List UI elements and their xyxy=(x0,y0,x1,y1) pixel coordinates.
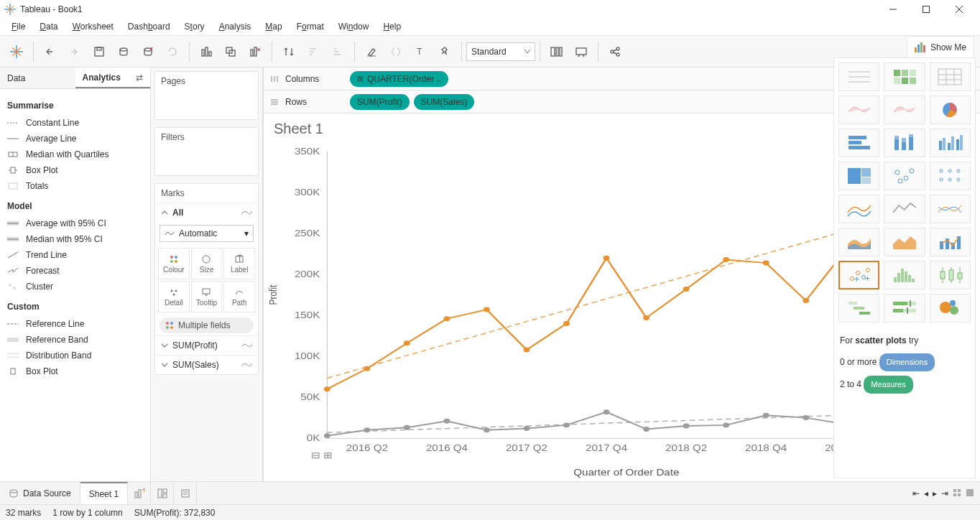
save-button[interactable] xyxy=(88,41,110,62)
marks-detail[interactable]: Detail xyxy=(158,281,190,312)
tableau-icon[interactable] xyxy=(6,41,27,62)
pin-button[interactable] xyxy=(434,41,456,62)
marks-label[interactable]: TLabel xyxy=(223,248,255,279)
group-button[interactable] xyxy=(385,41,407,62)
new-worksheet-button[interactable] xyxy=(195,41,217,62)
viz-circle-views[interactable] xyxy=(884,162,925,190)
new-data-button[interactable] xyxy=(113,41,134,62)
highlight-button[interactable] xyxy=(361,41,382,62)
undo-button[interactable] xyxy=(40,41,61,62)
collapse-icon[interactable]: ⇄ xyxy=(136,73,143,83)
maximize-button[interactable] xyxy=(910,0,943,18)
sort-desc-button[interactable] xyxy=(327,41,348,62)
menu-data[interactable]: Data xyxy=(34,20,63,33)
fit-select[interactable]: Standard xyxy=(466,42,535,61)
columns-pill-quarter[interactable]: ⊞QUARTER(Order .. xyxy=(350,71,448,87)
viz-stacked-bar[interactable] xyxy=(884,129,925,157)
analytics-box-plot[interactable]: Box Plot xyxy=(7,162,143,178)
marks-all-row[interactable]: All xyxy=(155,203,258,222)
menu-format[interactable]: Format xyxy=(291,20,330,33)
pause-auto-button[interactable] xyxy=(137,41,159,62)
analytics-forecast[interactable]: Forecast xyxy=(7,263,143,279)
analytics-box-plot-custom[interactable]: Box Plot xyxy=(7,363,143,379)
new-story-tab[interactable] xyxy=(174,482,197,504)
viz-side-bar[interactable] xyxy=(930,129,971,157)
menu-window[interactable]: Window xyxy=(333,20,375,33)
marks-colour[interactable]: Colour xyxy=(158,248,190,279)
menu-file[interactable]: File xyxy=(6,20,31,33)
viz-dual-line[interactable] xyxy=(930,195,971,223)
menu-story[interactable]: Story xyxy=(179,20,211,33)
share-button[interactable] xyxy=(604,41,626,62)
new-dashboard-tab[interactable] xyxy=(151,482,174,504)
tab-nav-controls[interactable]: ⇤◂▸⇥ xyxy=(907,488,980,498)
analytics-trend-line[interactable]: Trend Line xyxy=(7,247,143,263)
analytics-reference-band[interactable]: Reference Band xyxy=(7,332,143,348)
menu-help[interactable]: Help xyxy=(377,20,407,33)
svg-rect-12 xyxy=(95,47,103,56)
viz-text-table[interactable] xyxy=(838,68,879,91)
viz-area-continuous[interactable] xyxy=(838,228,879,256)
mark-type-select[interactable]: Automatic ▾ xyxy=(160,225,254,242)
analytics-constant-line[interactable]: Constant Line xyxy=(7,115,143,131)
menu-map[interactable]: Map xyxy=(259,20,287,33)
marks-series-profit[interactable]: SUM(Profit) xyxy=(155,335,258,355)
data-source-tab[interactable]: Data Source xyxy=(0,482,80,504)
viz-gantt[interactable] xyxy=(838,294,879,322)
clear-button[interactable] xyxy=(244,41,266,62)
duplicate-button[interactable] xyxy=(220,41,241,62)
analytics-average-line[interactable]: Average Line xyxy=(7,131,143,147)
svg-rect-224 xyxy=(135,492,137,498)
viz-histogram[interactable] xyxy=(884,261,925,289)
marks-size[interactable]: Size xyxy=(191,248,223,279)
tab-data[interactable]: Data xyxy=(0,68,75,88)
marks-path[interactable]: Path xyxy=(223,281,255,312)
menu-dashboard[interactable]: Dashboard xyxy=(122,20,176,33)
viz-area-discrete[interactable] xyxy=(884,228,925,256)
label-button[interactable]: T xyxy=(410,41,431,62)
pages-shelf[interactable] xyxy=(155,90,258,119)
sort-asc-button[interactable] xyxy=(302,41,324,62)
analytics-median-quartiles[interactable]: Median with Quartiles xyxy=(7,147,143,162)
viz-line-discrete[interactable] xyxy=(884,195,925,223)
viz-dual-combo[interactable] xyxy=(930,228,971,256)
analytics-median-ci[interactable]: Median with 95% CI xyxy=(7,231,143,247)
analytics-distribution-band[interactable]: Distribution Band xyxy=(7,348,143,363)
viz-box-whisker[interactable] xyxy=(930,261,971,289)
analytics-avg-ci[interactable]: Average with 95% CI xyxy=(7,215,143,231)
new-worksheet-tab[interactable]: + xyxy=(128,482,151,504)
filters-shelf[interactable] xyxy=(155,147,258,175)
viz-bullet[interactable] xyxy=(884,294,925,322)
viz-heat-map[interactable] xyxy=(884,68,925,91)
sheet1-tab[interactable]: Sheet 1 xyxy=(80,482,128,504)
refresh-button[interactable] xyxy=(162,41,183,62)
analytics-reference-line[interactable]: Reference Line xyxy=(7,316,143,332)
show-cards-button[interactable] xyxy=(546,41,568,62)
viz-packed-bubbles[interactable] xyxy=(930,294,971,322)
viz-treemap[interactable] xyxy=(838,162,879,190)
presentation-button[interactable] xyxy=(570,41,592,62)
viz-symbol-map[interactable] xyxy=(838,96,879,124)
viz-highlight-table[interactable] xyxy=(930,68,971,91)
viz-line-continuous[interactable] xyxy=(838,195,879,223)
tab-analytics[interactable]: Analytics ⇄ xyxy=(75,68,151,88)
rows-pill-sales[interactable]: SUM(Sales) xyxy=(414,94,475,110)
show-me-toggle[interactable]: Show Me xyxy=(907,36,974,57)
minimize-button[interactable] xyxy=(877,0,910,18)
close-button[interactable] xyxy=(943,0,976,18)
viz-side-circle[interactable] xyxy=(930,162,971,190)
show-filmstrip-icon[interactable] xyxy=(953,488,961,498)
viz-scatter[interactable]: ++ xyxy=(838,261,879,289)
viz-pie[interactable] xyxy=(930,96,971,124)
menu-analysis[interactable]: Analysis xyxy=(213,20,257,33)
viz-hbar[interactable] xyxy=(838,129,879,157)
rows-pill-profit[interactable]: SUM(Profit) xyxy=(350,94,410,110)
menu-worksheet[interactable]: Worksheet xyxy=(67,20,119,33)
swap-button[interactable] xyxy=(278,41,300,62)
marks-tooltip[interactable]: Tooltip xyxy=(191,281,223,312)
viz-filled-map[interactable] xyxy=(884,96,925,124)
show-sheets-icon[interactable] xyxy=(966,488,974,498)
marks-series-sales[interactable]: SUM(Sales) xyxy=(155,355,258,374)
marks-multiple-fields-pill[interactable]: Multiple fields xyxy=(160,317,254,333)
redo-button[interactable] xyxy=(64,41,85,62)
